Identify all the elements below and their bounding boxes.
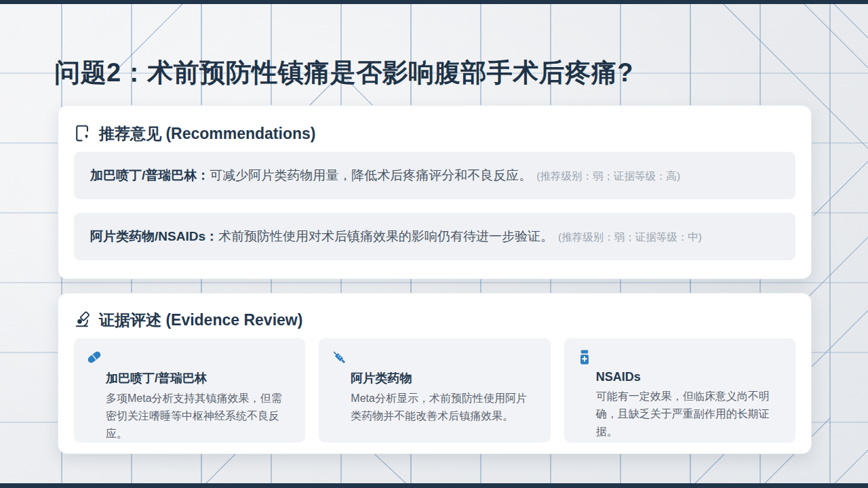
evidence-item-title: 阿片类药物 bbox=[351, 370, 536, 386]
recommendation-item-opioids-nsaids: 阿片类药物/NSAIDs：术前预防性使用对术后镇痛效果的影响仍有待进一步验证。(… bbox=[74, 213, 795, 260]
top-accent-bar bbox=[0, 0, 868, 4]
recommendation-body: 术前预防性使用对术后镇痛效果的影响仍有待进一步验证。 bbox=[218, 229, 553, 243]
evidence-item-body: 可能有一定效果，但临床意义尚不明确，且缺乏关于严重副作用的长期证据。 bbox=[596, 388, 782, 441]
recommendation-text: 加巴喷丁/普瑞巴林：可减少阿片类药物用量，降低术后疼痛评分和不良反应。(推荐级别… bbox=[90, 167, 680, 185]
recommendations-card: 推荐意见 (Recommendations) 加巴喷丁/普瑞巴林：可减少阿片类药… bbox=[58, 105, 812, 279]
microscope-icon bbox=[74, 310, 92, 329]
recommendations-header: 推荐意见 (Recommendations) bbox=[74, 123, 795, 144]
evidence-item-nsaids: NSAIDs 可能有一定效果，但临床意义尚不明确，且缺乏关于严重副作用的长期证据… bbox=[564, 338, 795, 443]
recommendation-lead: 阿片类药物/NSAIDs： bbox=[90, 229, 218, 243]
evidence-item-body: Meta分析显示，术前预防性使用阿片类药物并不能改善术后镇痛效果。 bbox=[351, 390, 536, 425]
evidence-item-title: NSAIDs bbox=[596, 370, 782, 384]
evidence-item-opioids: 阿片类药物 Meta分析显示，术前预防性使用阿片类药物并不能改善术后镇痛效果。 bbox=[319, 338, 550, 443]
evidence-heading: 证据评述 (Evidence Review) bbox=[99, 310, 302, 331]
recommendation-body: 可减少阿片类药物用量，降低术后疼痛评分和不良反应。 bbox=[210, 168, 532, 182]
evidence-item-title: 加巴喷丁/普瑞巴林 bbox=[106, 370, 292, 386]
recommendation-grade-note: (推荐级别：弱；证据等级：中) bbox=[558, 231, 702, 243]
recommendations-heading: 推荐意见 (Recommendations) bbox=[99, 123, 315, 144]
bottom-accent-bar bbox=[0, 483, 868, 488]
medicine-bottle-icon bbox=[576, 349, 593, 365]
recommendation-item-gabapentin: 加巴喷丁/普瑞巴林：可减少阿片类药物用量，降低术后疼痛评分和不良反应。(推荐级别… bbox=[74, 152, 795, 199]
evidence-review-card: 证据评述 (Evidence Review) 加巴喷丁/普瑞巴林 多项Meta分… bbox=[58, 293, 812, 454]
evidence-columns: 加巴喷丁/普瑞巴林 多项Meta分析支持其镇痛效果，但需密切关注嗜睡等中枢神经系… bbox=[74, 338, 795, 443]
recommendation-lead: 加巴喷丁/普瑞巴林： bbox=[90, 168, 210, 182]
recommendation-text: 阿片类药物/NSAIDs：术前预防性使用对术后镇痛效果的影响仍有待进一步验证。(… bbox=[90, 228, 702, 246]
evidence-text-block: 加巴喷丁/普瑞巴林 多项Meta分析支持其镇痛效果，但需密切关注嗜睡等中枢神经系… bbox=[106, 370, 292, 443]
slide: 问题2：术前预防性镇痛是否影响腹部手术后疼痛? 推荐意见 (Recommenda… bbox=[0, 0, 868, 488]
evidence-text-block: NSAIDs 可能有一定效果，但临床意义尚不明确，且缺乏关于严重副作用的长期证据… bbox=[596, 370, 782, 441]
clipboard-heart-icon bbox=[74, 124, 92, 143]
evidence-text-block: 阿片类药物 Meta分析显示，术前预防性使用阿片类药物并不能改善术后镇痛效果。 bbox=[351, 370, 536, 425]
pill-icon bbox=[86, 349, 102, 365]
evidence-item-gabapentin: 加巴喷丁/普瑞巴林 多项Meta分析支持其镇痛效果，但需密切关注嗜睡等中枢神经系… bbox=[74, 338, 305, 443]
evidence-item-body: 多项Meta分析支持其镇痛效果，但需密切关注嗜睡等中枢神经系统不良反应。 bbox=[106, 390, 292, 443]
slide-title: 问题2：术前预防性镇痛是否影响腹部手术后疼痛? bbox=[54, 56, 633, 90]
recommendation-grade-note: (推荐级别：弱；证据等级：高) bbox=[536, 170, 680, 182]
syringe-icon bbox=[331, 349, 347, 365]
evidence-header: 证据评述 (Evidence Review) bbox=[74, 310, 795, 330]
